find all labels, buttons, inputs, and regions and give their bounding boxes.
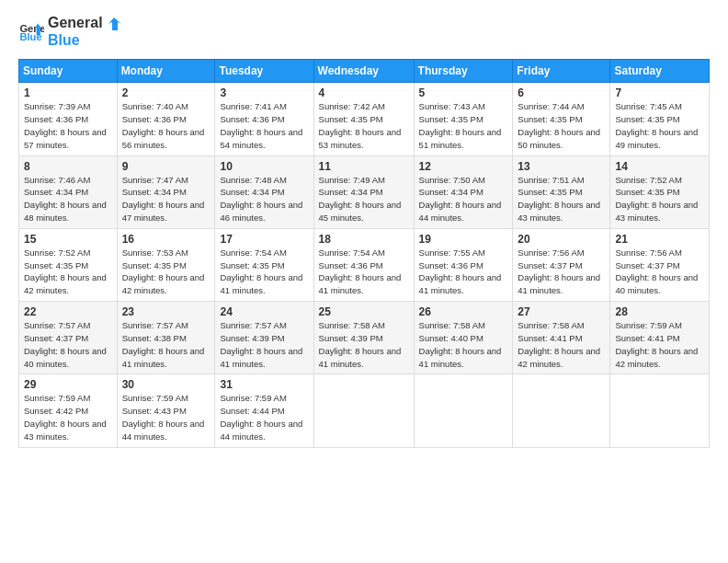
day-number: 22 [24,305,112,318]
day-info: Sunrise: 7:57 AMSunset: 4:38 PMDaylight:… [122,320,205,368]
calendar-cell: 29 Sunrise: 7:59 AMSunset: 4:42 PMDaylig… [19,374,118,447]
day-number: 26 [419,305,508,318]
day-info: Sunrise: 7:57 AMSunset: 4:37 PMDaylight:… [24,320,107,368]
day-number: 8 [24,160,112,173]
calendar-cell: 8 Sunrise: 7:46 AMSunset: 4:34 PMDayligh… [19,155,118,228]
calendar-cell: 24 Sunrise: 7:57 AMSunset: 4:39 PMDaylig… [215,302,313,374]
calendar-cell: 25 Sunrise: 7:58 AMSunset: 4:39 PMDaylig… [313,302,414,374]
calendar-cell: 10 Sunrise: 7:48 AMSunset: 4:34 PMDaylig… [215,155,313,228]
calendar-week-2: 8 Sunrise: 7:46 AMSunset: 4:34 PMDayligh… [19,155,710,228]
day-number: 10 [220,160,308,173]
calendar-body: 1 Sunrise: 7:39 AMSunset: 4:36 PMDayligh… [19,83,710,447]
calendar-cell [610,374,710,447]
calendar-table: SundayMondayTuesdayWednesdayThursdayFrid… [18,59,710,447]
calendar-header-friday: Friday [513,60,610,83]
day-info: Sunrise: 7:52 AMSunset: 4:35 PMDaylight:… [615,175,698,223]
calendar-header-sunday: Sunday [19,60,118,83]
calendar-week-3: 15 Sunrise: 7:52 AMSunset: 4:35 PMDaylig… [19,228,710,301]
day-number: 31 [220,378,308,391]
day-info: Sunrise: 7:39 AMSunset: 4:36 PMDaylight:… [24,101,107,149]
day-number: 11 [319,160,409,173]
day-info: Sunrise: 7:41 AMSunset: 4:36 PMDaylight:… [220,101,302,149]
header: General Blue General Blue [18,15,710,48]
calendar-cell: 7 Sunrise: 7:45 AMSunset: 4:35 PMDayligh… [610,83,710,155]
day-info: Sunrise: 7:58 AMSunset: 4:41 PMDaylight:… [518,320,600,368]
day-number: 18 [319,233,409,246]
day-number: 23 [122,305,210,318]
svg-marker-3 [108,17,121,30]
day-info: Sunrise: 7:42 AMSunset: 4:35 PMDaylight:… [319,101,402,149]
calendar-cell: 22 Sunrise: 7:57 AMSunset: 4:37 PMDaylig… [19,302,118,374]
calendar-week-5: 29 Sunrise: 7:59 AMSunset: 4:42 PMDaylig… [19,374,710,447]
logo-general: General [48,15,123,32]
day-number: 25 [319,305,409,318]
day-number: 29 [24,378,112,391]
day-number: 1 [24,86,112,99]
calendar-cell: 4 Sunrise: 7:42 AMSunset: 4:35 PMDayligh… [313,83,414,155]
day-number: 5 [419,86,508,99]
day-info: Sunrise: 7:58 AMSunset: 4:40 PMDaylight:… [419,320,502,368]
day-info: Sunrise: 7:40 AMSunset: 4:36 PMDaylight:… [122,101,205,149]
calendar-week-1: 1 Sunrise: 7:39 AMSunset: 4:36 PMDayligh… [19,83,710,155]
day-info: Sunrise: 7:58 AMSunset: 4:39 PMDaylight:… [319,320,402,368]
day-info: Sunrise: 7:43 AMSunset: 4:35 PMDaylight:… [419,101,502,149]
calendar-cell: 31 Sunrise: 7:59 AMSunset: 4:44 PMDaylig… [215,374,313,447]
day-number: 4 [319,86,409,99]
calendar-cell: 15 Sunrise: 7:52 AMSunset: 4:35 PMDaylig… [19,228,118,301]
calendar-cell: 12 Sunrise: 7:50 AMSunset: 4:34 PMDaylig… [414,155,513,228]
day-number: 12 [419,160,508,173]
day-info: Sunrise: 7:46 AMSunset: 4:34 PMDaylight:… [24,175,107,223]
logo-icon: General Blue [18,18,44,44]
calendar-cell: 20 Sunrise: 7:56 AMSunset: 4:37 PMDaylig… [513,228,610,301]
calendar-cell: 18 Sunrise: 7:54 AMSunset: 4:36 PMDaylig… [313,228,414,301]
day-info: Sunrise: 7:50 AMSunset: 4:34 PMDaylight:… [419,175,502,223]
calendar-header-row: SundayMondayTuesdayWednesdayThursdayFrid… [19,60,710,83]
calendar-cell: 2 Sunrise: 7:40 AMSunset: 4:36 PMDayligh… [117,83,215,155]
calendar-header-saturday: Saturday [610,60,710,83]
calendar-cell: 21 Sunrise: 7:56 AMSunset: 4:37 PMDaylig… [610,228,710,301]
calendar-cell: 6 Sunrise: 7:44 AMSunset: 4:35 PMDayligh… [513,83,610,155]
calendar-header-wednesday: Wednesday [313,60,414,83]
day-number: 17 [220,233,308,246]
day-info: Sunrise: 7:57 AMSunset: 4:39 PMDaylight:… [220,320,302,368]
calendar-cell: 5 Sunrise: 7:43 AMSunset: 4:35 PMDayligh… [414,83,513,155]
calendar-cell: 3 Sunrise: 7:41 AMSunset: 4:36 PMDayligh… [215,83,313,155]
day-info: Sunrise: 7:49 AMSunset: 4:34 PMDaylight:… [319,175,402,223]
day-info: Sunrise: 7:56 AMSunset: 4:37 PMDaylight:… [518,247,600,295]
calendar-header-thursday: Thursday [414,60,513,83]
day-info: Sunrise: 7:53 AMSunset: 4:35 PMDaylight:… [122,247,205,295]
calendar-cell [414,374,513,447]
logo: General Blue General Blue [18,15,123,48]
calendar-cell: 19 Sunrise: 7:55 AMSunset: 4:36 PMDaylig… [414,228,513,301]
day-number: 27 [518,305,605,318]
day-info: Sunrise: 7:56 AMSunset: 4:37 PMDaylight:… [615,247,698,295]
calendar-cell: 27 Sunrise: 7:58 AMSunset: 4:41 PMDaylig… [513,302,610,374]
day-info: Sunrise: 7:51 AMSunset: 4:35 PMDaylight:… [518,175,600,223]
day-info: Sunrise: 7:54 AMSunset: 4:35 PMDaylight:… [220,247,302,295]
day-number: 21 [615,233,704,246]
day-info: Sunrise: 7:59 AMSunset: 4:41 PMDaylight:… [615,320,698,368]
day-number: 7 [615,86,704,99]
day-info: Sunrise: 7:59 AMSunset: 4:44 PMDaylight:… [220,393,302,441]
day-number: 9 [122,160,210,173]
calendar-cell: 1 Sunrise: 7:39 AMSunset: 4:36 PMDayligh… [19,83,118,155]
day-number: 19 [419,233,508,246]
day-info: Sunrise: 7:44 AMSunset: 4:35 PMDaylight:… [518,101,600,149]
day-info: Sunrise: 7:48 AMSunset: 4:34 PMDaylight:… [220,175,302,223]
day-number: 15 [24,233,112,246]
calendar-cell: 26 Sunrise: 7:58 AMSunset: 4:40 PMDaylig… [414,302,513,374]
day-number: 6 [518,86,605,99]
day-info: Sunrise: 7:47 AMSunset: 4:34 PMDaylight:… [122,175,205,223]
day-info: Sunrise: 7:59 AMSunset: 4:42 PMDaylight:… [24,393,107,441]
calendar-header-tuesday: Tuesday [215,60,313,83]
calendar-page: General Blue General Blue SundayMondayTu… [0,0,728,563]
calendar-cell: 14 Sunrise: 7:52 AMSunset: 4:35 PMDaylig… [610,155,710,228]
calendar-cell: 30 Sunrise: 7:59 AMSunset: 4:43 PMDaylig… [117,374,215,447]
day-number: 24 [220,305,308,318]
calendar-week-4: 22 Sunrise: 7:57 AMSunset: 4:37 PMDaylig… [19,302,710,374]
calendar-cell: 23 Sunrise: 7:57 AMSunset: 4:38 PMDaylig… [117,302,215,374]
day-number: 16 [122,233,210,246]
calendar-cell [313,374,414,447]
calendar-cell: 28 Sunrise: 7:59 AMSunset: 4:41 PMDaylig… [610,302,710,374]
calendar-cell: 11 Sunrise: 7:49 AMSunset: 4:34 PMDaylig… [313,155,414,228]
